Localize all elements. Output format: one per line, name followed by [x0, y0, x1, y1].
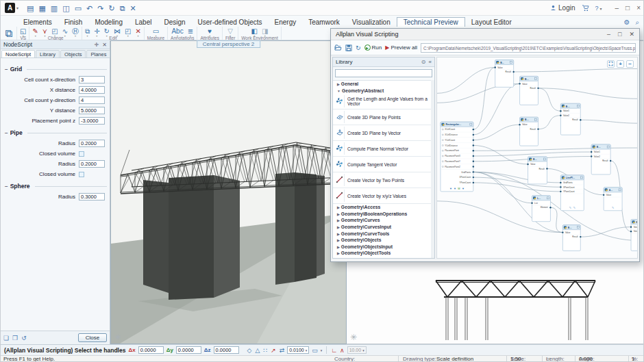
triangle-right-icon[interactable]: ▶: [337, 205, 340, 209]
collapse-icon[interactable]: −: [5, 130, 8, 136]
redo-icon[interactable]: ↷: [97, 3, 103, 13]
graph-node-n1[interactable]: B…ValueResult: [495, 60, 515, 87]
ribbon-tab-modeling[interactable]: Modeling: [88, 18, 129, 27]
close-icon[interactable]: ✕: [102, 42, 107, 48]
snap-distance-select[interactable]: 0.0100▾: [287, 346, 309, 354]
wire[interactable]: [580, 120, 638, 123]
graph-node-n9[interactable]: L…ListElement: [531, 196, 551, 222]
layout-icon[interactable]: ⧉: [120, 3, 125, 13]
wire[interactable]: [538, 88, 638, 99]
palette-tab-library[interactable]: Library: [36, 50, 60, 57]
handle-icon[interactable]: Ⓗ▾: [72, 27, 79, 37]
wire[interactable]: [473, 172, 532, 203]
node-graph-canvas[interactable]: ⛶+− Rectangular…XCellCountXCellDistanceY…: [436, 57, 638, 259]
zoom-in-icon[interactable]: +: [617, 60, 624, 68]
triangle-right-icon[interactable]: ▶: [337, 245, 340, 249]
script-path-field[interactable]: C:\ProgramData\Nemetschek\2019_VisualScr…: [421, 43, 636, 53]
graph-node-n10[interactable]: B…ValueResult: [562, 225, 581, 251]
library-group[interactable]: ▶Geometry\Access: [333, 204, 431, 211]
refresh-icon[interactable]: ↻: [356, 44, 361, 51]
wire[interactable]: [437, 67, 495, 93]
collapse-panel-icon[interactable]: «: [429, 59, 432, 65]
folder-icon[interactable]: ❏: [3, 335, 9, 341]
wire[interactable]: [473, 67, 495, 129]
checkbox-closed-volume[interactable]: [79, 151, 84, 157]
ribbon-tab-design[interactable]: Design: [158, 18, 191, 27]
graph-node-n2[interactable]: B…ValueResult: [519, 76, 538, 105]
ribbon-tab-user-defined-objects[interactable]: User-defined Objects: [192, 18, 269, 27]
zoom-fit-icon[interactable]: ⛶: [607, 60, 615, 68]
pin-icon[interactable]: ⊙: [421, 59, 426, 65]
palette-tab-objects[interactable]: Objects: [60, 50, 86, 57]
run-button[interactable]: ▶Run: [364, 44, 382, 51]
navigation-wheel-icon[interactable]: ✳: [350, 333, 357, 341]
vs-maximize-button[interactable]: □: [618, 31, 621, 38]
triangle-right-icon[interactable]: ▶: [337, 251, 340, 255]
library-item[interactable]: Create Vector by x/y/z Values: [333, 188, 431, 204]
graph-node-n6[interactable]: B…ValueResult: [527, 157, 547, 184]
split-icon[interactable]: ⋎▾: [42, 27, 47, 37]
input-y-distance[interactable]: 5.0000: [79, 107, 105, 114]
palette-tab-planes[interactable]: Planes: [86, 50, 110, 57]
search-icon[interactable]: ⌕: [635, 18, 639, 27]
input-radius[interactable]: 0.3000: [79, 193, 105, 201]
ribbon-tab-teamwork[interactable]: Teamwork: [302, 18, 346, 27]
ribbon-tab-elements[interactable]: Elements: [17, 18, 58, 27]
new-file-icon[interactable]: ▤: [27, 3, 34, 13]
triangle-right-icon[interactable]: ▶: [337, 218, 340, 222]
wire[interactable]: [514, 68, 638, 71]
library-item[interactable]: Create 3D Plane by Vector: [333, 125, 431, 141]
ribbon-tab-energy[interactable]: Energy: [269, 18, 303, 27]
login-button[interactable]: Login: [550, 4, 575, 12]
input-x-distance[interactable]: 4.0000: [79, 86, 105, 94]
close-button[interactable]: ×: [636, 4, 641, 12]
direction-icon[interactable]: ↗: [271, 347, 276, 354]
right-angle-icon[interactable]: ∟: [331, 347, 337, 354]
cart-icon[interactable]: [582, 5, 589, 12]
wire[interactable]: [538, 116, 561, 129]
wire[interactable]: [550, 207, 562, 232]
triangle-right-icon[interactable]: ▶: [337, 82, 340, 86]
wire[interactable]: [538, 88, 561, 111]
graph-node-n5[interactable]: B…Value1Value2Result: [591, 144, 611, 174]
palette-tab-nodescript[interactable]: NodeScript: [1, 50, 35, 57]
library-item[interactable]: Compute Tangent Vector: [333, 157, 431, 172]
save-icon[interactable]: [345, 44, 352, 51]
library-item[interactable]: Compute Plane Normal Vector: [333, 141, 431, 157]
library-search-input[interactable]: [335, 69, 432, 77]
preview-all-button[interactable]: ▶Preview all: [385, 44, 417, 51]
library-group[interactable]: ▶Geometry\CurvesInput: [333, 224, 431, 231]
ribbon-tab-visualization[interactable]: Visualization: [346, 18, 397, 27]
open-project-icon[interactable]: ▦: [38, 3, 45, 13]
app-menu-button[interactable]: A: [5, 3, 15, 13]
offset-icon[interactable]: ▭: [312, 347, 318, 354]
input-cell-count-x-direction[interactable]: 3: [79, 76, 105, 83]
gear-icon[interactable]: ⚙: [623, 18, 630, 27]
delta-z-input[interactable]: 0.0000: [214, 346, 239, 354]
library-group[interactable]: ▶Geometry\Objects: [333, 237, 431, 244]
save-icon[interactable]: ▥: [51, 3, 58, 13]
minimize-button[interactable]: –: [615, 4, 619, 12]
graph-node-n4[interactable]: B…ValueResult: [519, 117, 538, 146]
undo-icon[interactable]: ↶: [86, 3, 92, 13]
navigation-wheel-icon[interactable]: ✳: [114, 333, 121, 341]
graph-node-n7[interactable]: LinePl…GridPointsXPointCountYPointCount✎…: [560, 175, 584, 211]
refresh-icon[interactable]: ↻: [108, 3, 114, 13]
zoom-out-icon[interactable]: −: [626, 60, 634, 68]
graph-node-n11[interactable]: B…Value1Value2Result: [630, 220, 638, 251]
export-icon[interactable]: ◫: [62, 3, 69, 13]
move-icon[interactable]: ✛▾: [94, 27, 99, 37]
triangle-snap-icon[interactable]: △: [256, 347, 260, 354]
wire[interactable]: [473, 125, 520, 140]
ribbon-tab-finish[interactable]: Finish: [58, 18, 89, 27]
graph-node-n3[interactable]: B…Value1Value2Result: [560, 103, 581, 135]
delete-icon[interactable]: ✕▾: [135, 27, 140, 37]
library-item[interactable]: Create 3D Plane by Points: [333, 109, 431, 125]
viewport-tab[interactable]: Central perspective 2: [197, 40, 261, 48]
undo-icon[interactable]: ↺: [21, 335, 27, 341]
drawing-type[interactable]: Drawing type: Scale definition: [403, 356, 436, 362]
input-radius[interactable]: 0.2000: [79, 160, 105, 168]
library-group[interactable]: ▶Geometry\ObjectTools: [333, 250, 431, 257]
maximize-button[interactable]: □: [626, 4, 630, 12]
collapse-icon[interactable]: −: [5, 183, 8, 190]
